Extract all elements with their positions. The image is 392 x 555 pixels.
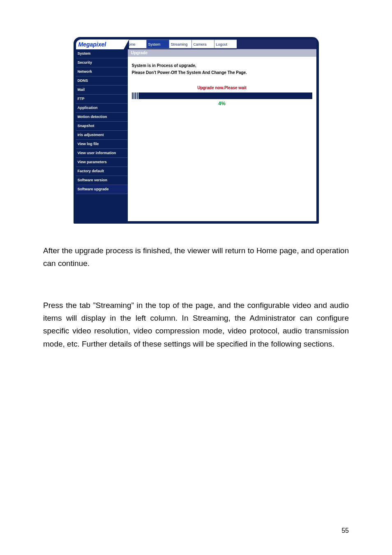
sidebar-item-software-upgrade[interactable]: Software upgrade bbox=[76, 185, 128, 194]
sidebar: System Security Network DDNS Mail FTP Ap… bbox=[76, 49, 128, 221]
sidebar-item-motion-detection[interactable]: Motion detection bbox=[76, 113, 128, 122]
tab-camera[interactable]: Camera bbox=[191, 39, 214, 49]
tab-system[interactable]: System bbox=[146, 39, 169, 49]
top-nav: Home System Streaming Camera Logout bbox=[124, 39, 316, 49]
sidebar-item-ddns[interactable]: DDNS bbox=[76, 76, 128, 86]
sidebar-item-snapshot[interactable]: Snapshot bbox=[76, 122, 128, 131]
content-panel: Upgrade System is in Process of upgrade,… bbox=[128, 49, 316, 221]
upgrade-msg-2: Please Don't Power-Off The System And Ch… bbox=[132, 70, 312, 75]
page-number: 55 bbox=[341, 527, 349, 534]
doc-paragraph-1: After the upgrade process is finished, t… bbox=[43, 244, 349, 270]
tab-streaming[interactable]: Streaming bbox=[169, 39, 191, 49]
progress-fill bbox=[132, 92, 139, 99]
sidebar-item-factory-default[interactable]: Factory default bbox=[76, 167, 128, 176]
progress-bar bbox=[132, 92, 312, 99]
upgrade-msg-1: System is in Process of upgrade, bbox=[132, 63, 312, 68]
doc-paragraph-2: Press the tab ”Streaming” in the top of … bbox=[43, 299, 349, 350]
sidebar-item-view-log-file[interactable]: View log file bbox=[76, 140, 128, 149]
logo-wrap: Megapixel bbox=[76, 39, 124, 50]
sidebar-item-view-parameters[interactable]: View parameters bbox=[76, 158, 128, 167]
sidebar-item-iris-adjustment[interactable]: Iris adjustment bbox=[76, 131, 128, 140]
sidebar-item-ftp[interactable]: FTP bbox=[76, 95, 128, 104]
sidebar-item-software-version[interactable]: Software version bbox=[76, 176, 128, 185]
tab-logout[interactable]: Logout bbox=[214, 39, 237, 49]
section-title: Upgrade bbox=[128, 49, 316, 57]
sidebar-item-system[interactable]: System bbox=[76, 49, 128, 58]
sidebar-item-security[interactable]: Security bbox=[76, 58, 128, 67]
upgrade-wait: Upgrade now.Please wait bbox=[132, 86, 312, 90]
sidebar-item-application[interactable]: Application bbox=[76, 104, 128, 113]
progress-percent: 4% bbox=[132, 101, 312, 106]
sidebar-item-network[interactable]: Network bbox=[76, 67, 128, 76]
sidebar-item-view-user-information[interactable]: View user information bbox=[76, 149, 128, 158]
logo: Megapixel bbox=[76, 41, 106, 48]
admin-ui-screenshot: Megapixel Home System Streaming Camera L… bbox=[74, 37, 319, 224]
sidebar-item-mail[interactable]: Mail bbox=[76, 86, 128, 95]
